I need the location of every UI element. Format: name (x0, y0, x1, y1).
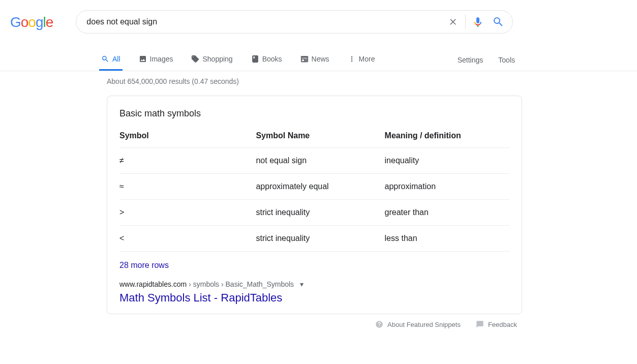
table-header: Symbol Name (256, 131, 384, 148)
result-title-link[interactable]: Math Symbols List - RapidTables (119, 291, 509, 305)
search-small-icon (101, 55, 109, 63)
news-icon (300, 55, 309, 63)
tab-more-label: More (359, 55, 375, 63)
book-icon (251, 55, 259, 63)
more-rows-link[interactable]: 28 more rows (119, 261, 509, 270)
search-box (76, 10, 513, 34)
tab-books-label: Books (262, 55, 282, 63)
tab-images-label: Images (150, 55, 173, 63)
search-input[interactable] (86, 17, 443, 26)
tab-books[interactable]: Books (249, 48, 284, 71)
table-row: < strict inequality less than (119, 226, 509, 252)
tab-more[interactable]: More (346, 48, 377, 71)
table-header: Symbol (119, 131, 256, 148)
search-icon[interactable] (488, 12, 508, 32)
table-row: ≈ approximately equal approximation (119, 174, 509, 200)
feedback-icon (476, 320, 484, 328)
featured-snippet: Basic math symbols Symbol Symbol Name Me… (107, 96, 522, 314)
clear-icon[interactable] (443, 12, 463, 32)
google-logo[interactable]: Google (10, 14, 53, 31)
result-stats: About 654,000,000 results (0.47 seconds) (107, 77, 524, 85)
tools-link[interactable]: Tools (498, 49, 515, 70)
tab-all-label: All (112, 55, 120, 63)
snippet-heading: Basic math symbols (119, 108, 509, 119)
result-cite: www.rapidtables.com › symbols › Basic_Ma… (119, 280, 509, 288)
more-dots-icon (348, 55, 356, 63)
tab-news-label: News (312, 55, 329, 63)
tab-news[interactable]: News (298, 48, 331, 71)
image-icon (139, 55, 147, 63)
tab-all[interactable]: All (99, 48, 123, 71)
table-header: Meaning / definition (385, 131, 509, 148)
feedback-link[interactable]: Feedback (476, 320, 517, 328)
table-row: ≠ not equal sign inequality (119, 148, 509, 174)
help-icon (375, 320, 383, 328)
cite-dropdown-icon[interactable]: ▾ (300, 280, 304, 288)
snippet-table: Symbol Symbol Name Meaning / definition … (119, 131, 509, 252)
about-snippets-link[interactable]: About Featured Snippets (375, 320, 461, 328)
tab-images[interactable]: Images (137, 48, 175, 71)
tag-icon (191, 55, 199, 63)
voice-search-icon[interactable] (468, 12, 488, 32)
tab-shopping-label: Shopping (202, 55, 232, 63)
settings-link[interactable]: Settings (458, 49, 483, 70)
table-row: > strict inequality greater than (119, 200, 509, 226)
tab-shopping[interactable]: Shopping (189, 48, 234, 71)
